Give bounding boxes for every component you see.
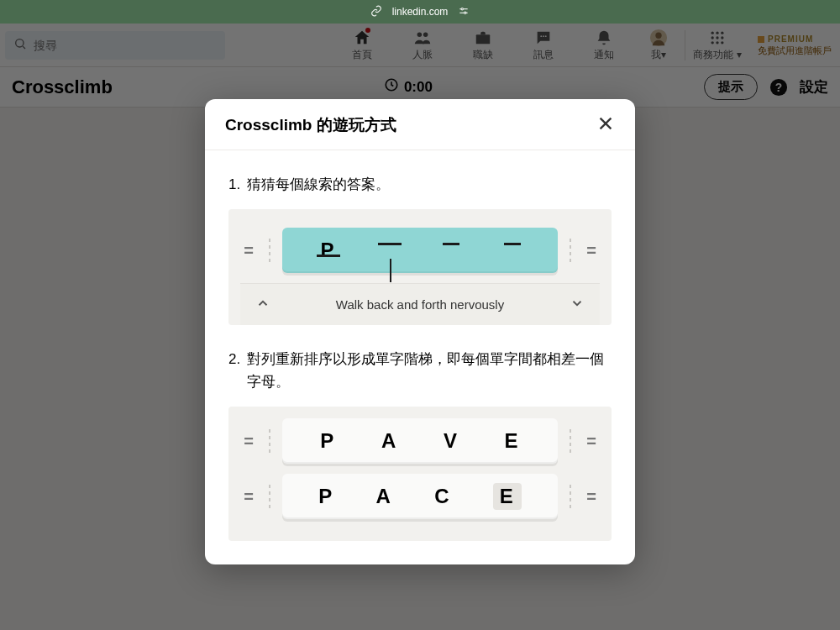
modal-title: Crossclimb 的遊玩方式 [225,114,396,136]
instruction-step-2: 2. 對列重新排序以形成單字階梯，即每個單字間都相差一個字母。 = P A V … [228,349,612,541]
word-row: P A V E [282,418,558,464]
illustration-1: = P = Walk back and forth nervou [228,209,612,325]
answer-input-row: P [282,228,558,273]
tune-icon[interactable] [458,5,470,19]
chevron-up-icon[interactable] [255,296,270,313]
drag-handle-icon: = [240,432,257,451]
highlighted-letter: E [493,483,522,510]
drag-handle-icon: = [583,432,600,451]
browser-url-bar: linkedin.com [0,0,840,24]
svg-point-2 [461,8,463,9]
word-row: P A C E [282,474,558,519]
close-button[interactable] [596,114,615,136]
browser-url: linkedin.com [392,6,449,18]
drag-handle-icon: = [240,487,257,507]
illustration-2: = P A V E = = P A [228,407,612,541]
instruction-step-1: 1. 猜猜每個線索的答案。 = P = [228,174,612,325]
drag-handle-icon: = [583,241,600,260]
clue-bar: Walk back and forth nervously [240,283,600,325]
divider-dash [269,239,270,262]
how-to-play-modal: Crossclimb 的遊玩方式 1. 猜猜每個線索的答案。 = P [205,99,635,564]
text-cursor [390,259,391,282]
drag-handle-icon: = [583,487,600,507]
svg-point-3 [465,12,466,13]
drag-handle-icon: = [240,241,257,260]
link-icon [370,5,382,19]
clue-text: Walk back and forth nervously [336,297,504,312]
chevron-down-icon[interactable] [570,296,585,313]
